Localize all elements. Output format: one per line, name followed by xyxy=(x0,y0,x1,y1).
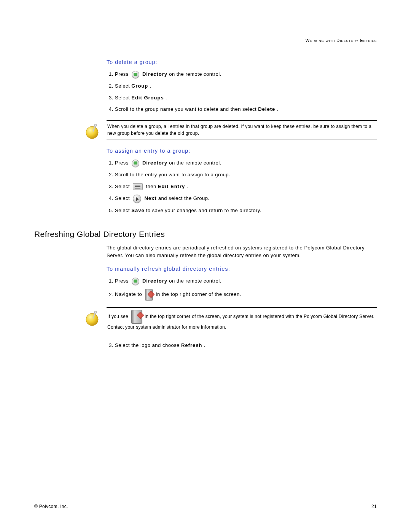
svg-point-5 xyxy=(94,311,97,313)
step-text: on the remote control. xyxy=(169,278,221,284)
list-item: Select Next and select the Group. xyxy=(115,195,377,203)
page-header: Working with Directory Entries xyxy=(306,38,377,43)
step-bold: Next xyxy=(144,195,156,201)
intro-paragraph: The global directory entries are periodi… xyxy=(107,244,377,259)
step-text: . xyxy=(166,95,167,101)
step-text: Press xyxy=(115,278,130,284)
step-text: Scroll to the entry you want to assign t… xyxy=(115,172,230,177)
list-item: Select Group . xyxy=(115,82,377,90)
step-bold: Group xyxy=(131,83,148,89)
step-bold: Save xyxy=(131,208,144,213)
list-item: Select Save to save your changes and ret… xyxy=(115,207,377,215)
svg-point-3 xyxy=(86,313,98,326)
step-text: . xyxy=(150,83,151,89)
page-number: 21 xyxy=(371,504,377,509)
directory-icon xyxy=(132,278,139,285)
step-bold: Edit Groups xyxy=(131,95,164,101)
step-text: Select xyxy=(115,83,131,89)
step-text: Select the logo and choose xyxy=(115,342,181,348)
step-text: Press xyxy=(115,71,130,77)
step-text: to save your changes and return to the d… xyxy=(146,208,261,213)
step-text: Press xyxy=(115,160,130,166)
list-item: Scroll to the entry you want to assign t… xyxy=(115,171,377,179)
step-text: Select xyxy=(115,195,131,201)
section-title-refresh: To manually refresh global directory ent… xyxy=(107,266,377,272)
list-item: Select the logo and choose Refresh . xyxy=(115,342,377,350)
svg-point-2 xyxy=(94,124,97,126)
note-part: in the top right corner of the screen, y… xyxy=(107,314,374,330)
step-text: on the remote control. xyxy=(169,71,221,77)
list-item: Press Directory on the remote control. xyxy=(115,277,377,285)
directory-icon xyxy=(132,71,139,78)
list-item: Scroll to the group name you want to del… xyxy=(115,105,377,113)
step-text: Select xyxy=(115,208,131,213)
page-footer: © Polycom, Inc. 21 xyxy=(34,504,377,509)
steps-delete-group: Press Directory on the remote control. S… xyxy=(107,70,377,113)
step-text: Scroll to the group name you want to del… xyxy=(115,106,258,112)
server-logo-icon xyxy=(131,310,142,324)
step-text: . xyxy=(277,106,278,112)
steps-assign-entry: Press Directory on the remote control. S… xyxy=(107,159,377,214)
step-text: Select xyxy=(115,184,131,189)
list-item: Press Directory on the remote control. xyxy=(115,159,377,167)
note-text: When you delete a group, all entries in … xyxy=(107,120,377,139)
list-item: Select then Edit Entry . xyxy=(115,183,377,191)
step-text: Navigate to xyxy=(115,292,143,297)
step-text: . xyxy=(204,342,206,348)
note-text: If you see in the top right corner of th… xyxy=(107,307,377,333)
step-bold: Directory xyxy=(142,160,167,166)
note-part: If you see xyxy=(107,314,130,319)
svg-point-0 xyxy=(86,126,98,139)
directory-icon xyxy=(132,160,139,167)
step-text: Select xyxy=(115,95,131,101)
note-block: When you delete a group, all entries in … xyxy=(84,120,377,139)
steps-refresh-cont: Select the logo and choose Refresh . xyxy=(107,342,377,350)
step-text: in the top right corner of the screen. xyxy=(156,292,241,297)
note-pin-icon xyxy=(84,123,100,141)
document-page: Working with Directory Entries To delete… xyxy=(0,0,411,532)
note-block: If you see in the top right corner of th… xyxy=(84,307,377,333)
note-pin-icon xyxy=(84,310,100,328)
server-logo-icon xyxy=(145,289,153,300)
list-item: Press Directory on the remote control. xyxy=(115,70,377,78)
step-text: on the remote control. xyxy=(169,160,221,166)
section-title-delete-group: To delete a group: xyxy=(107,59,377,65)
steps-refresh: Press Directory on the remote control. N… xyxy=(107,277,377,300)
list-item: Select Edit Groups . xyxy=(115,94,377,102)
footer-copyright: © Polycom, Inc. xyxy=(34,504,68,509)
step-text: . xyxy=(186,184,188,189)
step-text: and select the Group. xyxy=(158,195,210,201)
step-bold: Directory xyxy=(142,278,167,284)
next-arrow-icon xyxy=(133,195,141,203)
list-icon xyxy=(133,183,143,190)
step-bold: Directory xyxy=(142,71,167,77)
step-bold: Refresh xyxy=(181,342,202,348)
heading-refreshing: Refreshing Global Directory Entries xyxy=(34,230,377,239)
content-area: To delete a group: Press Directory on th… xyxy=(107,59,377,350)
step-bold: Edit Entry xyxy=(158,184,185,189)
step-text: then xyxy=(146,184,158,189)
step-bold: Delete xyxy=(258,106,275,112)
section-title-assign-entry: To assign an entry to a group: xyxy=(107,148,377,154)
list-item: Navigate to in the top right corner of t… xyxy=(115,289,377,300)
